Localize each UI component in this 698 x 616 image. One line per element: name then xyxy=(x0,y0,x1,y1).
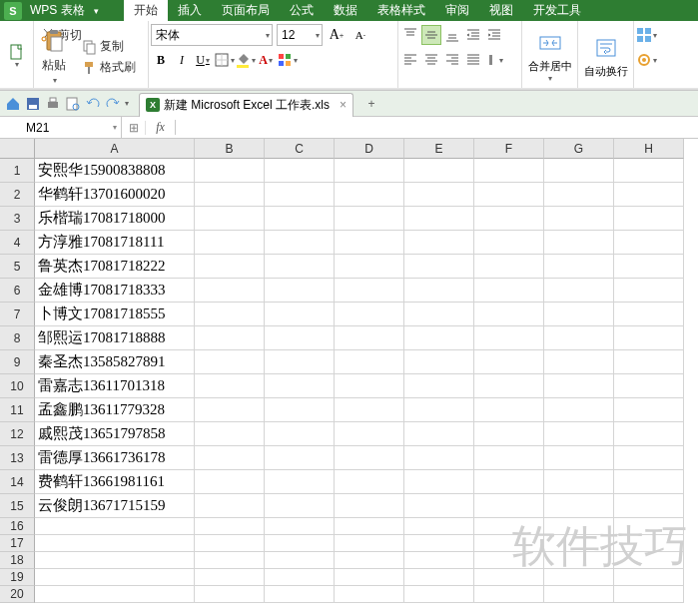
fx-tools-icon[interactable]: ⊞ xyxy=(122,121,146,135)
row-header-20[interactable]: 20 xyxy=(0,586,35,603)
cell-C9[interactable] xyxy=(265,350,335,374)
row-header-3[interactable]: 3 xyxy=(0,207,35,231)
cell-H5[interactable] xyxy=(614,255,684,279)
cell-C18[interactable] xyxy=(265,552,335,569)
cells-area[interactable]: 安熙华15900838808华鹤轩13701600020乐楷瑞170817180… xyxy=(35,159,684,603)
cell-C1[interactable] xyxy=(265,159,335,183)
cell-A16[interactable] xyxy=(35,518,195,535)
cell-A4[interactable]: 方淳雅17081718111 xyxy=(35,231,195,255)
cell-G8[interactable] xyxy=(544,326,614,350)
name-box[interactable]: M21 ▾ xyxy=(0,117,122,138)
cell-B3[interactable] xyxy=(195,207,265,231)
cell-D3[interactable] xyxy=(335,207,404,231)
cell-F12[interactable] xyxy=(474,422,544,446)
row-header-14[interactable]: 14 xyxy=(0,470,35,494)
cell-F20[interactable] xyxy=(474,586,544,603)
grow-font-button[interactable]: A+ xyxy=(327,25,347,45)
cell-H14[interactable] xyxy=(614,470,684,494)
cell-C7[interactable] xyxy=(265,303,335,326)
cell-A5[interactable]: 鲁英杰17081718222 xyxy=(35,255,195,279)
cell-A2[interactable]: 华鹤轩13701600020 xyxy=(35,183,195,207)
row-header-2[interactable]: 2 xyxy=(0,183,35,207)
row-header-6[interactable]: 6 xyxy=(0,279,35,303)
cell-H4[interactable] xyxy=(614,231,684,255)
cell-F19[interactable] xyxy=(474,569,544,586)
print-preview-icon[interactable] xyxy=(65,96,81,112)
col-header-F[interactable]: F xyxy=(474,139,544,159)
row-header-19[interactable]: 19 xyxy=(0,569,35,586)
col-header-H[interactable]: H xyxy=(614,139,684,159)
row-header-1[interactable]: 1 xyxy=(0,159,35,183)
cell-A18[interactable] xyxy=(35,552,195,569)
cell-D5[interactable] xyxy=(335,255,404,279)
row-header-8[interactable]: 8 xyxy=(0,326,35,350)
gallery-button[interactable]: ▾ xyxy=(636,25,656,45)
cell-G1[interactable] xyxy=(544,159,614,183)
cell-H8[interactable] xyxy=(614,326,684,350)
cell-B9[interactable] xyxy=(195,350,265,374)
print-icon[interactable] xyxy=(45,96,61,112)
cell-C20[interactable] xyxy=(265,586,335,603)
cell-C4[interactable] xyxy=(265,231,335,255)
cell-E15[interactable] xyxy=(404,494,474,518)
cell-F10[interactable] xyxy=(474,374,544,398)
cell-B6[interactable] xyxy=(195,279,265,303)
cell-C14[interactable] xyxy=(265,470,335,494)
cell-G12[interactable] xyxy=(544,422,614,446)
align-center-button[interactable] xyxy=(421,50,441,70)
indent-dec-button[interactable] xyxy=(463,25,483,45)
row-header-15[interactable]: 15 xyxy=(0,494,35,518)
cell-H15[interactable] xyxy=(614,494,684,518)
cell-F14[interactable] xyxy=(474,470,544,494)
cell-D19[interactable] xyxy=(335,569,404,586)
cell-E1[interactable] xyxy=(404,159,474,183)
cell-C3[interactable] xyxy=(265,207,335,231)
col-header-G[interactable]: G xyxy=(544,139,614,159)
cell-B11[interactable] xyxy=(195,398,265,422)
font-size-select[interactable]: 12▾ xyxy=(277,24,323,46)
cell-D16[interactable] xyxy=(335,518,404,535)
cell-G11[interactable] xyxy=(544,398,614,422)
cell-H2[interactable] xyxy=(614,183,684,207)
cell-D6[interactable] xyxy=(335,279,404,303)
borders-button[interactable]: ▾ xyxy=(214,50,234,70)
copy-button[interactable]: 复制 xyxy=(78,36,140,57)
font-name-select[interactable]: 宋体▾ xyxy=(151,24,273,46)
row-header-12[interactable]: 12 xyxy=(0,422,35,446)
cell-B12[interactable] xyxy=(195,422,265,446)
cell-H13[interactable] xyxy=(614,446,684,470)
align-bottom-button[interactable] xyxy=(442,25,462,45)
cell-A6[interactable]: 金雄博17081718333 xyxy=(35,279,195,303)
cell-A11[interactable]: 孟鑫鹏13611779328 xyxy=(35,398,195,422)
cell-G6[interactable] xyxy=(544,279,614,303)
cell-G17[interactable] xyxy=(544,535,614,552)
cell-D20[interactable] xyxy=(335,586,404,603)
cell-A3[interactable]: 乐楷瑞17081718000 xyxy=(35,207,195,231)
row-header-5[interactable]: 5 xyxy=(0,255,35,279)
cell-D4[interactable] xyxy=(335,231,404,255)
cell-B10[interactable] xyxy=(195,374,265,398)
cell-C17[interactable] xyxy=(265,535,335,552)
cell-H9[interactable] xyxy=(614,350,684,374)
cell-H3[interactable] xyxy=(614,207,684,231)
tab-页面布局[interactable]: 页面布局 xyxy=(212,0,280,21)
italic-button[interactable]: I xyxy=(172,50,192,70)
cell-B15[interactable] xyxy=(195,494,265,518)
cell-C16[interactable] xyxy=(265,518,335,535)
shrink-font-button[interactable]: A- xyxy=(350,25,370,45)
cell-F9[interactable] xyxy=(474,350,544,374)
cell-E19[interactable] xyxy=(404,569,474,586)
cell-G3[interactable] xyxy=(544,207,614,231)
cell-F11[interactable] xyxy=(474,398,544,422)
cell-E11[interactable] xyxy=(404,398,474,422)
cell-F18[interactable] xyxy=(474,552,544,569)
cell-H18[interactable] xyxy=(614,552,684,569)
row-header-10[interactable]: 10 xyxy=(0,374,35,398)
row-header-16[interactable]: 16 xyxy=(0,518,35,535)
cell-C13[interactable] xyxy=(265,446,335,470)
cell-H1[interactable] xyxy=(614,159,684,183)
cell-D10[interactable] xyxy=(335,374,404,398)
cell-H10[interactable] xyxy=(614,374,684,398)
cell-E13[interactable] xyxy=(404,446,474,470)
cell-H6[interactable] xyxy=(614,279,684,303)
